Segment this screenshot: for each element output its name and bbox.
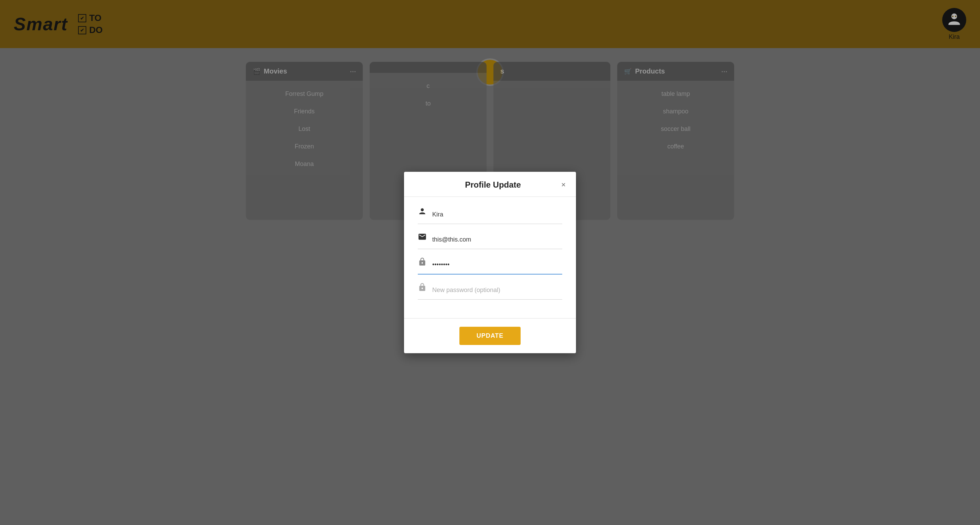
new-password-input[interactable]: [432, 285, 562, 295]
username-input[interactable]: [432, 209, 562, 220]
person-icon: [418, 207, 427, 218]
new-password-row: [418, 283, 562, 300]
modal-title: Profile Update: [425, 180, 561, 190]
profile-update-modal: Profile Update ×: [404, 172, 576, 353]
lock-svg-icon: [418, 257, 427, 266]
username-row: [418, 207, 562, 224]
update-button[interactable]: UPDATE: [460, 327, 521, 345]
modal-body: [404, 197, 576, 318]
password-input[interactable]: [432, 260, 562, 270]
new-lock-svg-icon: [418, 283, 427, 292]
person-svg-icon: [418, 207, 427, 216]
email-svg-icon: [418, 232, 427, 241]
modal-overlay: Profile Update ×: [0, 0, 980, 525]
email-row: [418, 232, 562, 249]
svg-point-3: [421, 208, 424, 211]
lock-icon: [418, 257, 427, 268]
modal-header: Profile Update ×: [404, 172, 576, 197]
new-lock-icon: [418, 283, 427, 294]
email-icon: [418, 232, 427, 243]
password-row: [418, 257, 562, 274]
modal-footer: UPDATE: [404, 318, 576, 353]
email-input[interactable]: [432, 235, 562, 245]
modal-close-button[interactable]: ×: [561, 181, 566, 189]
